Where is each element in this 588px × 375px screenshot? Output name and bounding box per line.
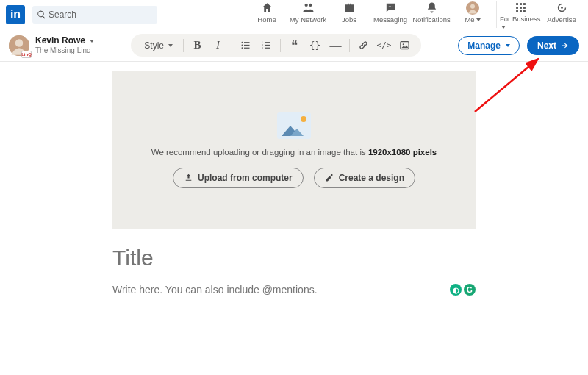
svg-rect-10 — [516, 7, 518, 9]
svg-point-21 — [242, 45, 243, 46]
svg-rect-8 — [520, 3, 522, 5]
editor-stage: We recommend uploading or dragging in an… — [0, 62, 588, 296]
code-block-button[interactable]: {} — [306, 36, 324, 54]
body-input[interactable] — [112, 284, 444, 296]
toolbar-divider — [183, 39, 184, 52]
numbered-list-icon: 123 — [261, 40, 272, 51]
chevron-down-icon — [501, 26, 506, 29]
avatar-icon — [466, 1, 479, 15]
nav-divider — [496, 1, 497, 28]
search-icon — [37, 10, 46, 19]
nav-notifications-label: Notifications — [412, 15, 451, 24]
network-icon — [302, 1, 315, 15]
link-icon — [358, 40, 369, 51]
svg-rect-7 — [516, 3, 518, 5]
svg-rect-28 — [265, 45, 270, 46]
message-icon — [384, 1, 397, 15]
editor-area: ◐ G — [112, 246, 476, 296]
svg-point-18 — [15, 39, 24, 47]
svg-rect-11 — [520, 7, 522, 9]
upload-button[interactable]: Upload from computer — [173, 168, 304, 188]
company-badge: LinQ — [21, 51, 32, 58]
extension-icon[interactable]: ◐ — [450, 284, 462, 296]
nav-network-label: My Network — [290, 15, 326, 24]
chevron-down-icon — [90, 40, 94, 43]
nav-notifications[interactable]: Notifications — [411, 0, 452, 29]
design-icon — [325, 173, 334, 182]
bold-button[interactable]: B — [188, 36, 207, 54]
svg-point-3 — [390, 6, 390, 7]
svg-point-6 — [470, 4, 475, 8]
svg-text:3: 3 — [262, 46, 264, 50]
cover-hint-text: We recommend uploading or dragging in an… — [151, 148, 437, 157]
nav-messaging[interactable]: Messaging — [370, 0, 411, 29]
image-button[interactable] — [395, 36, 414, 54]
svg-rect-12 — [523, 7, 526, 9]
nav-messaging-label: Messaging — [373, 15, 407, 24]
nav-advertise[interactable]: Advertise — [541, 0, 582, 29]
svg-point-23 — [242, 47, 243, 49]
home-icon — [261, 1, 273, 15]
toolbar-divider — [349, 39, 350, 52]
svg-rect-26 — [265, 42, 270, 43]
search-wrap — [32, 6, 157, 24]
svg-rect-15 — [523, 10, 526, 12]
search-input[interactable] — [32, 6, 157, 24]
title-input[interactable] — [112, 246, 476, 271]
bullet-list-button[interactable] — [237, 36, 255, 54]
svg-point-2 — [388, 6, 389, 7]
quote-button[interactable]: ❝ — [285, 36, 304, 54]
nav-business-label: For Business — [500, 15, 541, 31]
nav-jobs[interactable]: Jobs — [329, 0, 370, 29]
nav-advertise-label: Advertise — [547, 15, 576, 24]
author-name: Kevin Rowe — [35, 36, 94, 46]
manage-button[interactable]: Manage — [458, 36, 520, 55]
bullet-list-icon — [240, 40, 251, 51]
svg-rect-24 — [244, 48, 250, 49]
nav-me[interactable]: Me — [452, 0, 493, 29]
create-design-button[interactable]: Create a design — [314, 168, 415, 188]
format-toolbar: Style B I 123 ❝ {} — </> — [131, 34, 421, 57]
arrow-right-icon — [560, 41, 569, 50]
svg-rect-22 — [244, 45, 250, 46]
author-avatar: LinQ — [9, 35, 29, 56]
svg-rect-13 — [516, 10, 518, 12]
grammarly-icon[interactable]: G — [464, 284, 476, 296]
svg-rect-20 — [244, 42, 250, 43]
svg-rect-30 — [265, 48, 270, 49]
author-subtitle: The Missing Linq — [35, 46, 94, 54]
divider-button[interactable]: — — [326, 36, 345, 54]
image-placeholder-icon — [277, 113, 311, 139]
next-button[interactable]: Next — [527, 36, 579, 55]
nav-me-label: Me — [465, 15, 480, 24]
style-dropdown[interactable]: Style — [138, 36, 179, 54]
svg-point-1 — [309, 4, 312, 7]
author-block[interactable]: LinQ Kevin Rowe The Missing Linq — [9, 35, 94, 56]
extension-badges: ◐ G — [450, 284, 476, 296]
nav-business[interactable]: For Business — [500, 0, 541, 29]
numbered-list-button[interactable]: 123 — [257, 36, 276, 54]
top-nav: in Home My Network Jobs Messaging Notifi… — [0, 0, 588, 29]
svg-point-16 — [561, 7, 563, 9]
embed-button[interactable]: </> — [375, 36, 393, 54]
toolbar-divider — [280, 39, 281, 52]
chevron-down-icon — [506, 44, 510, 47]
nav-network[interactable]: My Network — [287, 0, 329, 29]
nav-home[interactable]: Home — [246, 0, 287, 29]
target-icon — [556, 1, 568, 15]
editor-toolbar-row: LinQ Kevin Rowe The Missing Linq Style B… — [0, 29, 588, 62]
linkedin-logo[interactable]: in — [6, 5, 25, 24]
briefcase-icon — [343, 1, 356, 15]
bell-icon — [426, 1, 438, 15]
nav-home-label: Home — [257, 15, 276, 24]
link-button[interactable] — [354, 36, 373, 54]
chevron-down-icon — [476, 18, 481, 21]
svg-rect-14 — [520, 10, 522, 12]
toolbar-divider — [232, 39, 232, 52]
svg-point-4 — [391, 6, 392, 7]
cover-upload-area[interactable]: We recommend uploading or dragging in an… — [112, 71, 476, 229]
svg-point-19 — [242, 42, 243, 43]
right-actions: Manage Next — [458, 36, 579, 55]
nav-jobs-label: Jobs — [342, 15, 356, 24]
italic-button[interactable]: I — [209, 36, 227, 54]
